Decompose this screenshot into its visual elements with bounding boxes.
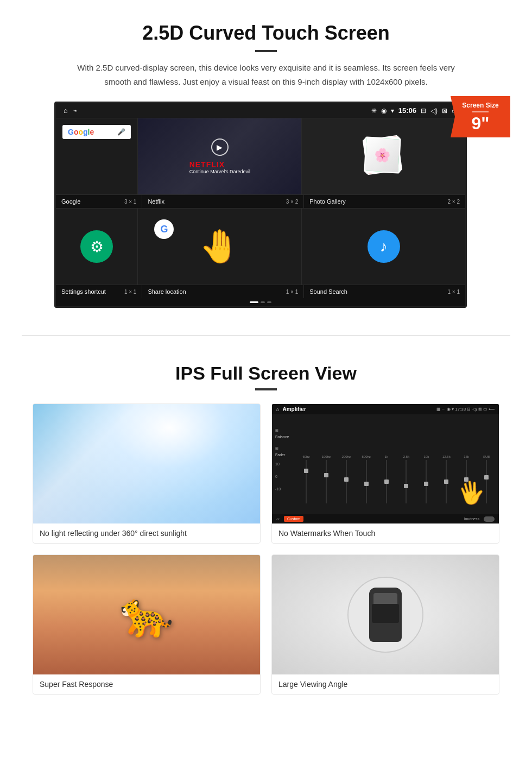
app-cell-netflix[interactable]: ▶ NETFLIX Continue Marvel's Daredevil (138, 118, 302, 194)
google-label-name: Google (61, 198, 80, 205)
eq-bar-10k: 10k (417, 455, 435, 503)
amplifier-caption: No Watermarks When Touch (272, 523, 499, 543)
netflix-inner: ▶ NETFLIX Continue Marvel's Daredevil (138, 118, 301, 194)
section-curved-screen: 2.5D Curved Touch Screen With 2.5D curve… (0, 0, 532, 319)
car-image (272, 555, 499, 674)
settings-label-name: Settings shortcut (61, 288, 106, 295)
amp-home-icon: ⌂ (276, 407, 279, 412)
app-cell-photo-gallery[interactable]: 🌸 (302, 118, 465, 194)
music-note-icon: ♪ (368, 230, 400, 263)
app-label-photo-gallery: Photo Gallery 2 × 2 (304, 195, 465, 208)
photo-cell-inner: 🌸 (302, 118, 465, 194)
close-icon: ⊠ (442, 107, 447, 115)
usb-icon: ⌁ (73, 106, 78, 115)
netflix-subtitle: Continue Marvel's Daredevil (189, 169, 250, 174)
amp-scale-10: 10 (275, 462, 297, 466)
amp-footer: ‹‹ Custom loudness (272, 514, 499, 523)
app-cell-settings[interactable]: ⚙ (56, 209, 138, 285)
section2-title: IPS Full Screen View (33, 363, 499, 384)
photo-stack: 🌸 (362, 135, 406, 178)
feature-sunlight: No light reflecting under 360° direct su… (33, 403, 261, 544)
google-logo: Google (68, 128, 94, 136)
pagination-dots (56, 298, 465, 306)
app-label-google: Google 3 × 1 (56, 195, 142, 208)
feature-amplifier: ⌂ Amplifier ▦ ··· ◉ ▾ 17:33 ⊟ ◁) ⊠ ▭ ⟵ ⊞… (271, 403, 499, 544)
mic-icon: 🎤 (117, 128, 125, 136)
section-ips-screen: IPS Full Screen View No light reflecting… (0, 352, 532, 716)
flower-icon: 🌸 (373, 147, 390, 163)
sound-search-inner: ♪ (302, 209, 465, 285)
pagination-dot-2 (261, 301, 265, 303)
app-label-share-location: Share location 1 × 1 (142, 285, 304, 298)
car-roof (372, 604, 399, 623)
volume-icon: ◁) (430, 107, 438, 115)
badge-label: Screen Size (458, 102, 503, 109)
device-screen: ⌂ ⌁ ✳ ◉ ▾ 15:06 ⊟ ◁) ⊠ ▭ (54, 102, 467, 308)
pagination-dot-3 (267, 301, 271, 303)
device-wrapper: Screen Size 9" ⌂ ⌁ ✳ ◉ ▾ 15:06 ⊟ ◁) ⊠ (54, 102, 478, 308)
car-caption: Large Viewing Angle (272, 674, 499, 694)
amplifier-image: ⌂ Amplifier ▦ ··· ◉ ▾ 17:33 ⊟ ◁) ⊠ ▭ ⟵ ⊞… (272, 404, 499, 523)
amp-equalizer: 60hz 100hz 200hz 500hz (297, 418, 496, 511)
app-grid-row2: ⚙ G 🤚 ♪ (56, 208, 465, 285)
car-top-view (369, 588, 402, 642)
amp-header: ⌂ Amplifier ▦ ··· ◉ ▾ 17:33 ⊟ ◁) ⊠ ▭ ⟵ (272, 404, 499, 414)
wifi-icon: ▾ (391, 107, 394, 115)
app-label-row2: Settings shortcut 1 × 1 Share location 1… (56, 285, 465, 298)
cheetah-caption: Super Fast Response (33, 674, 260, 694)
amp-hand-icon: 🖐 (455, 478, 486, 508)
amp-status-icons: ▦ ··· ◉ ▾ 17:33 ⊟ ◁) ⊠ ▭ ⟵ (436, 407, 495, 412)
location-icon: ◉ (381, 107, 387, 115)
google-maps-icon: G (154, 219, 174, 239)
google-searchbar[interactable]: Google 🎤 (62, 125, 131, 139)
app-grid-row1: Google 🎤 ▶ NETFLIX Continue Marvel's Dar… (56, 118, 465, 194)
sound-search-label-size: 1 × 1 (447, 289, 460, 295)
netflix-label-name: Netflix (148, 198, 164, 205)
eq-bar-1k: 1k (377, 455, 396, 503)
share-location-label-name: Share location (148, 288, 186, 295)
bluetooth-icon: ✳ (371, 107, 377, 115)
title-divider (255, 50, 277, 52)
screen-size-badge: Screen Size 9" (451, 96, 510, 137)
photo-gallery-label-size: 2 × 2 (447, 199, 460, 205)
sunlight-caption: No light reflecting under 360° direct su… (33, 523, 260, 543)
amp-body: ⊞ Balance ⊞ Fader 10 0 -10 60hz (272, 414, 499, 514)
app-cell-share-location[interactable]: G 🤚 (138, 209, 302, 285)
app-cell-google[interactable]: Google 🎤 (56, 118, 138, 194)
pagination-dot-1 (250, 301, 258, 303)
section2-divider (255, 388, 277, 390)
share-location-inner: G 🤚 (138, 209, 301, 285)
hand-pointing-icon: 🤚 (199, 230, 240, 263)
sunlight-rays (33, 404, 260, 523)
amp-custom-button[interactable]: Custom (284, 516, 303, 522)
netflix-logo: NETFLIX (189, 160, 250, 169)
amp-scale-0: 0 (275, 475, 297, 478)
page-divider (22, 335, 510, 336)
google-label-size: 3 × 1 (124, 199, 137, 205)
amp-scale-neg10: -10 (275, 487, 297, 491)
eq-bar-100hz: 100hz (317, 455, 335, 503)
netflix-play-button[interactable]: ▶ (211, 138, 229, 156)
status-right: ✳ ◉ ▾ 15:06 ⊟ ◁) ⊠ ▭ (371, 106, 458, 115)
eq-bar-12-5k: 12.5k (437, 455, 455, 503)
cheetah-image: 🐆 (33, 555, 260, 674)
settings-gear-icon: ⚙ (80, 230, 113, 263)
app-cell-sound-search[interactable]: ♪ (302, 209, 465, 285)
amp-label-balance: ⊞ (275, 428, 297, 433)
loudness-toggle[interactable] (484, 516, 495, 522)
amp-loudness-label: loudness (464, 517, 479, 521)
amp-back-icon: ‹‹ (276, 516, 280, 522)
cheetah-icon: 🐆 (119, 589, 174, 640)
feature-car: Large Viewing Angle (271, 554, 499, 695)
eq-bar-500hz: 500hz (357, 455, 376, 503)
netflix-bg (138, 118, 301, 194)
share-location-label-size: 1 × 1 (286, 289, 299, 295)
amp-label-fader-icon: ⊞ (275, 446, 297, 451)
home-icon[interactable]: ⌂ (64, 106, 68, 115)
netflix-label-size: 3 × 2 (286, 199, 299, 205)
settings-label-size: 1 × 1 (124, 289, 137, 295)
eq-bar-2-5k: 2.5k (397, 455, 416, 503)
badge-divider-line (472, 111, 489, 112)
sound-search-label-name: Sound Search (309, 288, 347, 295)
amp-label-fader-text: Fader (275, 453, 297, 457)
